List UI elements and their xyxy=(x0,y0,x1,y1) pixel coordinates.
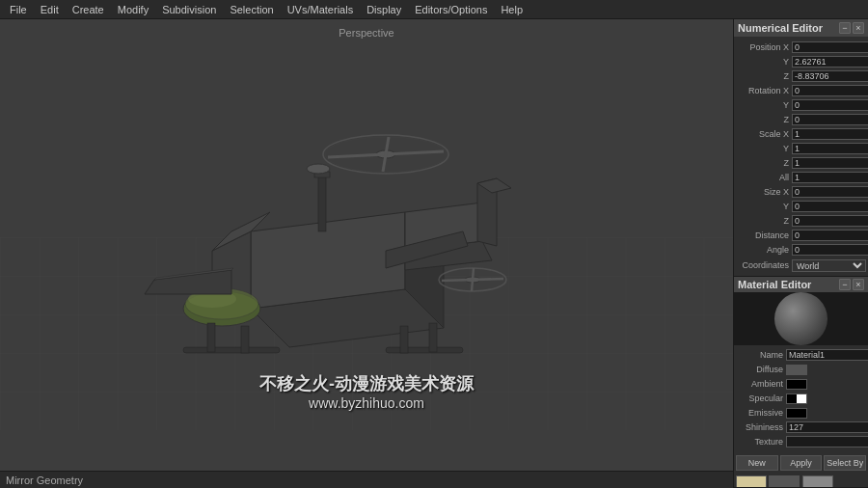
position-y-input[interactable] xyxy=(792,56,868,68)
status-text: Mirror Geometry xyxy=(6,474,83,486)
position-x-row: Position X xyxy=(736,41,866,54)
right-panel: Numerical Editor − × Position X Y Z xyxy=(733,19,868,488)
scale-z-row: Z xyxy=(736,156,866,170)
menu-item-edit[interactable]: Edit xyxy=(35,2,65,17)
position-z-label: Z xyxy=(736,71,792,81)
menu-item-display[interactable]: Display xyxy=(361,2,407,17)
scale-all-label: All xyxy=(736,173,792,182)
angle-row: Angle xyxy=(736,243,866,257)
diffuse-swatch[interactable] xyxy=(786,365,807,375)
numerical-editor-panel: Numerical Editor − × Position X Y Z xyxy=(734,19,868,277)
size-y-input[interactable] xyxy=(792,201,868,212)
material-editor-close[interactable]: × xyxy=(853,279,864,290)
rotation-y-input[interactable] xyxy=(792,99,868,111)
material-editor-panel: Material Editor − × Name Diffuse xyxy=(734,277,868,488)
menu-item-editors[interactable]: Editors/Options xyxy=(409,2,493,17)
texture-label: Texture xyxy=(736,437,786,447)
size-x-row: Size X xyxy=(736,185,866,199)
emissive-swatch[interactable] xyxy=(786,408,807,419)
material-name-row: Name xyxy=(736,348,866,362)
main-layout: Perspective xyxy=(0,19,868,488)
material-apply-button[interactable]: Apply xyxy=(780,455,823,471)
material-new-button[interactable]: New xyxy=(736,455,778,471)
material-editor-buttons: − × xyxy=(839,279,864,290)
swatch-material2[interactable]: Material2 xyxy=(802,475,834,488)
rotation-z-row: Z xyxy=(736,113,866,126)
rotation-y-row: Y xyxy=(736,98,866,112)
material-name-input[interactable] xyxy=(786,349,868,361)
scale-x-input[interactable] xyxy=(792,128,868,140)
specular-label: Specular xyxy=(736,393,786,403)
size-label: Size X xyxy=(736,187,792,197)
scene-canvas: 不移之火-动漫游戏美术资源 www.byzhihuo.com xyxy=(0,19,733,488)
scale-z-input[interactable] xyxy=(792,157,868,169)
material-editor-header: Material Editor − × xyxy=(734,277,868,292)
menu-item-selection[interactable]: Selection xyxy=(224,2,279,17)
scale-x-row: Scale X xyxy=(736,127,866,141)
size-x-input[interactable] xyxy=(792,186,868,198)
menu-item-help[interactable]: Help xyxy=(495,2,529,17)
position-x-input[interactable] xyxy=(792,41,868,53)
numerical-editor-minimize[interactable]: − xyxy=(839,22,851,34)
svg-rect-18 xyxy=(386,347,463,353)
material-editor-minimize[interactable]: − xyxy=(839,279,851,290)
ambient-swatch[interactable] xyxy=(786,379,807,390)
distance-input[interactable] xyxy=(792,230,868,241)
specular-swatch[interactable] xyxy=(786,393,807,404)
ambient-label: Ambient xyxy=(736,379,786,389)
status-bar: Mirror Geometry xyxy=(0,471,733,488)
scale-y-label: Y xyxy=(736,144,792,153)
size-z-input[interactable] xyxy=(792,215,868,227)
material-preview xyxy=(734,292,868,345)
texture-row: Texture xyxy=(736,435,866,448)
coordinates-select[interactable]: World Local xyxy=(792,259,866,272)
menu-item-uvs[interactable]: UVs/Materials xyxy=(282,2,359,17)
menu-item-create[interactable]: Create xyxy=(67,2,110,17)
material-sphere xyxy=(774,292,827,345)
svg-rect-17 xyxy=(241,326,249,353)
position-label: Position X xyxy=(736,42,792,52)
menu-item-file[interactable]: File xyxy=(4,2,33,17)
shininess-row: Shininess xyxy=(736,420,866,434)
numerical-editor-close[interactable]: × xyxy=(853,22,864,34)
distance-row: Distance xyxy=(736,229,866,242)
scale-all-input[interactable] xyxy=(792,172,868,183)
diffuse-label: Diffuse xyxy=(736,365,786,374)
size-z-row: Z xyxy=(736,214,866,228)
svg-line-30 xyxy=(472,268,474,291)
coordinates-row: Coordinates World Local xyxy=(736,258,866,272)
menu-item-subdivision[interactable]: Subdivision xyxy=(156,2,222,17)
rotation-y-label: Y xyxy=(736,100,792,110)
menu-bar: File Edit Create Modify Subdivision Sele… xyxy=(0,0,868,19)
swatch-material1[interactable]: Material1 xyxy=(769,475,800,488)
angle-label: Angle xyxy=(736,245,792,255)
swatch-material2-box xyxy=(802,475,833,488)
viewport[interactable]: Perspective xyxy=(0,19,733,488)
ambient-row: Ambient xyxy=(736,377,866,391)
rotation-label: Rotation X xyxy=(736,86,792,95)
swatch-default[interactable]: Default xyxy=(736,475,767,488)
scale-label: Scale X xyxy=(736,129,792,139)
scale-y-input[interactable] xyxy=(792,143,868,154)
rotation-x-input[interactable] xyxy=(792,85,868,96)
shininess-input[interactable] xyxy=(786,421,868,433)
position-z-input[interactable] xyxy=(792,70,868,82)
material-selectby-button[interactable]: Select By xyxy=(824,455,866,471)
numerical-editor-title: Numerical Editor xyxy=(738,22,823,34)
material-swatches: Default Material1 Material2 xyxy=(734,474,868,488)
rotation-z-input[interactable] xyxy=(792,114,868,125)
size-y-label: Y xyxy=(736,202,792,211)
emissive-label: Emissive xyxy=(736,408,786,418)
texture-input[interactable] xyxy=(786,436,868,447)
3d-model xyxy=(19,39,646,444)
position-y-row: Y xyxy=(736,55,866,68)
scale-all-row: All xyxy=(736,171,866,184)
numerical-editor-content: Position X Y Z Rotation X Y xyxy=(734,37,868,276)
svg-rect-20 xyxy=(429,323,437,352)
coordinates-label: Coordinates xyxy=(736,260,792,270)
emissive-row: Emissive xyxy=(736,406,866,420)
menu-item-modify[interactable]: Modify xyxy=(112,2,154,17)
svg-rect-16 xyxy=(207,323,215,352)
angle-input[interactable] xyxy=(792,244,868,256)
material-name-label: Name xyxy=(736,350,786,360)
